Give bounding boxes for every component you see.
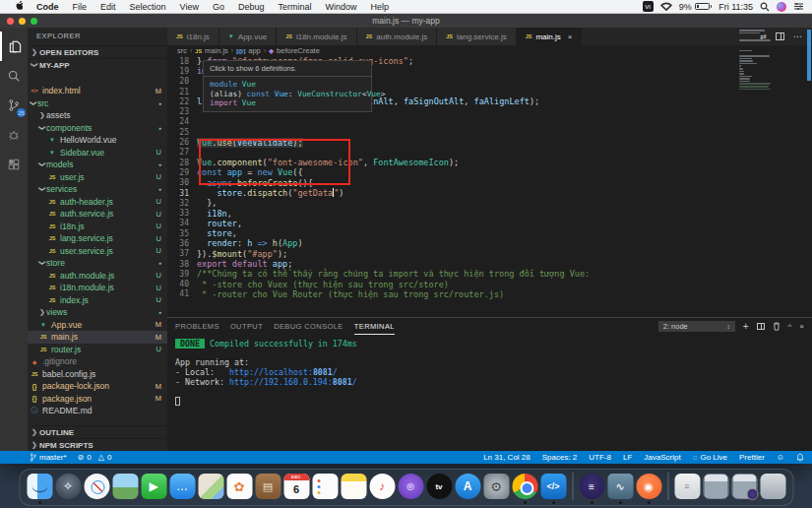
more-actions-icon[interactable]: ⋯ [793,32,803,41]
breadcrumb-item-src[interactable]: src [177,46,187,55]
minimize-window-button[interactable] [19,18,26,25]
panel-tab-terminal[interactable]: TERMINAL [354,318,395,335]
dock-icon-mysql-workbench[interactable]: ∿ [607,474,633,499]
tree-item-user.js[interactable]: JSuser.jsU [28,171,167,184]
battery-indicator[interactable]: 9% [679,2,713,12]
dock-icon-music[interactable]: ♪ [369,474,395,499]
wifi-icon[interactable] [660,2,672,11]
close-window-button[interactable] [7,18,14,25]
menu-item-view[interactable]: View [173,2,206,12]
code-line-38[interactable]: 38export default app; [167,259,812,269]
dock-icon-trash[interactable] [760,474,785,499]
feedback-smiley-icon[interactable]: ☺ [777,453,784,462]
tree-item-assets[interactable]: ❯assets [28,109,167,122]
control-center-icon[interactable] [793,2,804,11]
tree-item-.gitignore[interactable]: ◆.gitignore [28,355,167,368]
zoom-window-button[interactable] [31,18,37,25]
tree-item-src[interactable]: ❯src● [28,97,167,110]
dock-icon-app-store[interactable]: A [455,474,480,499]
dock-icon-chrome[interactable] [512,474,537,499]
code-line-40[interactable]: 40 * -store cho Vuex (thực hiện sau tron… [167,280,812,289]
code-line-31[interactable]: 31 store.dispatch("getData") [167,188,812,198]
siri-icon[interactable] [777,2,786,12]
breadcrumb-item-beforeCreate[interactable]: beforeCreate [277,46,320,55]
tree-item-views[interactable]: ❯views● [28,306,167,319]
source-control-activity-icon[interactable]: 25 [0,91,28,120]
code-line-34[interactable]: 34 router, [167,219,812,228]
close-tab-icon[interactable]: × [568,32,573,41]
code-line-25[interactable]: 25 [167,127,812,137]
tree-item-i18n.module.js[interactable]: JSi18n.module.jsU [28,282,167,294]
workspace-root-section[interactable]: ❯MY-APP [28,58,167,71]
git-branch-indicator[interactable]: master* [30,453,67,462]
tree-item-auth-header.js[interactable]: JSauth-header.jsU [28,196,167,209]
tab-i18n.js[interactable]: JSi18n.js [167,28,219,45]
editor-scrollbar[interactable] [807,30,811,81]
status-prettier[interactable]: Prettier [739,453,765,462]
tree-item-App.vue[interactable]: ▼App.vueM [28,319,167,332]
window-titlebar[interactable]: main.js — my-app [0,14,812,28]
breadcrumb[interactable]: src›JSmain.js›[@]app›◈beforeCreate [167,45,812,56]
menu-clock[interactable]: Fri 11:35 [718,2,753,12]
tree-item-package-lock.json[interactable]: {}package-lock.jsonM [28,380,167,393]
menu-item-help[interactable]: Help [364,2,397,12]
tooltip-header[interactable]: Click to show 6 definitions. [204,61,371,77]
tab-auth.module.js[interactable]: JSauth.module.js [357,28,438,45]
code-line-32[interactable]: 32 }, [167,198,812,208]
menu-item-window[interactable]: Window [318,2,363,12]
search-activity-icon[interactable] [0,61,28,91]
tree-item-models[interactable]: ❯models● [28,159,167,171]
close-panel-button[interactable]: × [799,322,804,331]
split-editor-icon[interactable] [776,32,784,40]
dock-icon-safari[interactable] [84,474,109,499]
dock-icon-notes[interactable] [341,474,366,499]
tree-item-HelloWorld.vue[interactable]: ▼HelloWorld.vue [28,134,167,147]
dock-icon-settings[interactable]: ⚙ [483,474,509,499]
panel-tab-output[interactable]: OUTPUT [230,318,263,335]
tree-item-main.js[interactable]: JSmain.jsM [28,331,167,344]
dock-icon-minimized-window[interactable] [703,474,728,499]
dock-icon-launchpad[interactable]: ✧ [55,474,81,499]
dock-icon-preview[interactable] [112,474,138,499]
status-javascript[interactable]: JavaScript [644,453,680,462]
tree-item-Readme.txt[interactable]: ≡Readme.txtU [28,417,167,420]
dock-icon-photos[interactable]: ✿ [226,474,252,499]
tree-item-index.html[interactable]: <>index.htmlM [28,85,167,97]
dock-icon-postman[interactable]: ◉ [636,474,661,499]
tree-item-user.service.js[interactable]: JSuser.service.jsU [28,245,167,258]
status-ln-31-col-28[interactable]: Ln 31, Col 28 [483,453,531,462]
spotlight-search-icon[interactable] [760,2,770,12]
breadcrumb-item-app[interactable]: app [248,46,261,55]
tab-main.js[interactable]: JSmain.js× [517,28,583,45]
tree-item-i18n.js[interactable]: JSi18n.jsU [28,221,167,233]
status-spaces-2[interactable]: Spaces: 2 [542,453,578,462]
dock-icon-podcasts[interactable]: ◎ [398,474,423,499]
status-utf-8[interactable]: UTF-8 [589,453,611,462]
dock-icon-contacts[interactable]: ▤ [255,474,281,499]
dock-icon-messages[interactable]: … [169,474,195,499]
dock-icon-maps[interactable] [198,474,223,499]
menu-item-terminal[interactable]: Terminal [271,2,318,12]
status-lf[interactable]: LF [623,453,632,462]
tree-item-lang.service.js[interactable]: JSlang.service.jsU [28,232,167,245]
code-line-36[interactable]: 36 render: h => h(App) [167,238,812,248]
dock-icon-tv[interactable]: tv [426,474,452,499]
tree-item-components[interactable]: ❯components● [28,122,167,135]
menu-item-edit[interactable]: Edit [94,2,123,12]
code-line-37[interactable]: 37}).$mount("#app"); [167,249,812,259]
problems-indicator[interactable]: ⊘0 △0 [78,453,112,462]
menu-item-selection[interactable]: Selection [123,2,173,12]
tab-App.vue[interactable]: ▼App.vue [219,28,277,45]
panel-tab-debug-console[interactable]: DEBUG CONSOLE [274,318,344,335]
new-terminal-button[interactable]: + [743,321,749,332]
tab-i18n.module.js[interactable]: JSi18n.module.js [277,28,356,45]
dock-icon-document-stack[interactable]: ≡ [674,474,700,499]
split-terminal-button[interactable] [757,323,765,330]
dock-icon-facetime[interactable]: ▶ [141,474,166,499]
tree-item-store[interactable]: ❯store● [28,257,167,270]
kill-terminal-button[interactable] [773,322,781,331]
dock-icon-finder[interactable] [27,474,52,499]
tree-item-auth.module.js[interactable]: JSauth.module.jsU [28,270,167,283]
minimap[interactable] [739,30,773,91]
dock-icon-minimized-window-2[interactable] [731,474,757,499]
